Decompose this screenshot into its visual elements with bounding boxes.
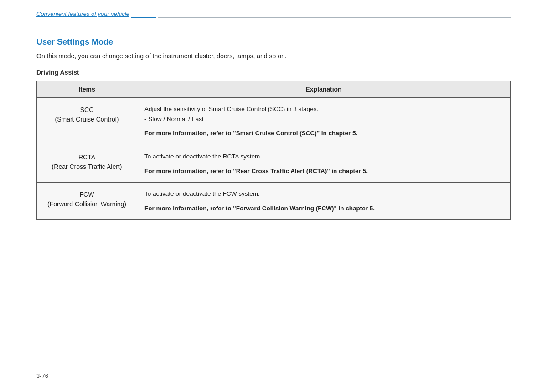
gray-line-decoration	[158, 17, 511, 18]
main-content: User Settings Mode On this mode, you can…	[36, 37, 511, 220]
subsection-title: Driving Assist	[36, 69, 511, 76]
table-cell-item: SCC(Smart Cruise Control)	[37, 98, 137, 145]
explanation-paragraph: To activate or deactivate the FCW system…	[144, 189, 503, 199]
table-cell-item: FCW(Forward Collision Warning)	[37, 183, 137, 220]
explanation-bold: For more information, refer to "Rear Cro…	[144, 166, 503, 176]
table-row: SCC(Smart Cruise Control) Adjust the sen…	[37, 98, 511, 145]
item-name: SCC(Smart Cruise Control)	[41, 105, 132, 124]
table-cell-explanation: To activate or deactivate the RCTA syste…	[137, 145, 511, 182]
item-name: FCW(Forward Collision Warning)	[41, 190, 132, 209]
col-header-explanation: Explanation	[137, 81, 511, 98]
table-row: RCTA(Rear Cross Traffic Alert) To activa…	[37, 145, 511, 182]
explanation-bold: For more information, refer to "Smart Cr…	[144, 128, 503, 138]
page-header: Convenient features of your vehicle	[36, 0, 511, 18]
explanation-text: - Slow / Normal / Fast	[144, 114, 503, 124]
table-cell-item: RCTA(Rear Cross Traffic Alert)	[37, 145, 137, 182]
explanation-paragraph: To activate or deactivate the RCTA syste…	[144, 152, 503, 162]
section-description: On this mode, you can change setting of …	[36, 52, 511, 60]
table-row: FCW(Forward Collision Warning) To activa…	[37, 183, 511, 220]
section-title: User Settings Mode	[36, 37, 511, 47]
col-header-items: Items	[37, 81, 137, 98]
explanation-text: To activate or deactivate the FCW system…	[144, 189, 503, 199]
explanation-text: To activate or deactivate the RCTA syste…	[144, 152, 503, 162]
explanation-bold: For more information, refer to "Forward …	[144, 204, 503, 214]
explanation-text: Adjust the sensitivity of Smart Cruise C…	[144, 104, 503, 114]
explanation-paragraph: Adjust the sensitivity of Smart Cruise C…	[144, 104, 503, 124]
blue-line-decoration	[131, 17, 156, 18]
chapter-title: Convenient features of your vehicle	[36, 10, 131, 18]
item-name: RCTA(Rear Cross Traffic Alert)	[41, 153, 132, 172]
page-number: 3-76	[36, 372, 48, 379]
table-cell-explanation: Adjust the sensitivity of Smart Cruise C…	[137, 98, 511, 145]
table-cell-explanation: To activate or deactivate the FCW system…	[137, 183, 511, 220]
driving-assist-table: Items Explanation SCC(Smart Cruise Contr…	[36, 81, 511, 220]
